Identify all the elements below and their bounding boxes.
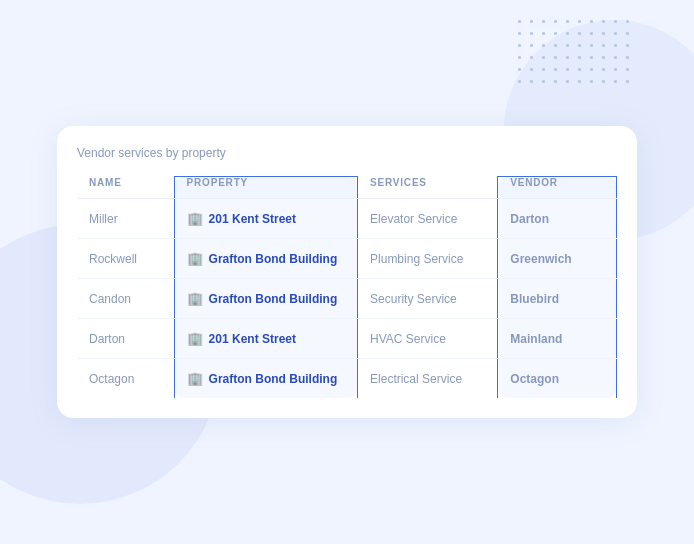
cell-property: 🏢201 Kent Street (174, 319, 357, 359)
building-icon: 🏢 (187, 251, 203, 266)
col-header-services: SERVICES (358, 177, 498, 199)
cell-vendor: Darton (498, 199, 617, 239)
table-row: Miller🏢201 Kent StreetElevator ServiceDa… (77, 199, 617, 239)
cell-vendor: Octagon (498, 359, 617, 399)
table-row: Octagon🏢Grafton Bond BuildingElectrical … (77, 359, 617, 399)
main-card: Vendor services by property NAME PROPERT… (57, 126, 637, 418)
cell-name: Rockwell (77, 239, 174, 279)
cell-name: Octagon (77, 359, 174, 399)
cell-property: 🏢Grafton Bond Building (174, 359, 357, 399)
dot-grid-decoration: const grid = document.querySelector('.do… (518, 20, 634, 88)
cell-services: Elevator Service (358, 199, 498, 239)
cell-services: HVAC Service (358, 319, 498, 359)
cell-services: Plumbing Service (358, 239, 498, 279)
col-header-vendor: VENDOR (498, 177, 617, 199)
col-header-property: PROPERTY (174, 177, 357, 199)
cell-name: Candon (77, 279, 174, 319)
vendor-table: NAME PROPERTY SERVICES VENDOR Miller🏢201… (77, 176, 617, 398)
cell-vendor: Bluebird (498, 279, 617, 319)
cell-name: Darton (77, 319, 174, 359)
building-icon: 🏢 (187, 211, 203, 226)
table-row: Darton🏢201 Kent StreetHVAC ServiceMainla… (77, 319, 617, 359)
cell-vendor: Mainland (498, 319, 617, 359)
building-icon: 🏢 (187, 291, 203, 306)
cell-name: Miller (77, 199, 174, 239)
building-icon: 🏢 (187, 371, 203, 386)
table-row: Rockwell🏢Grafton Bond BuildingPlumbing S… (77, 239, 617, 279)
table-row: Candon🏢Grafton Bond BuildingSecurity Ser… (77, 279, 617, 319)
cell-vendor: Greenwich (498, 239, 617, 279)
cell-services: Security Service (358, 279, 498, 319)
cell-property: 🏢201 Kent Street (174, 199, 357, 239)
building-icon: 🏢 (187, 331, 203, 346)
cell-services: Electrical Service (358, 359, 498, 399)
card-title: Vendor services by property (77, 146, 617, 160)
col-header-name: NAME (77, 177, 174, 199)
cell-property: 🏢Grafton Bond Building (174, 239, 357, 279)
cell-property: 🏢Grafton Bond Building (174, 279, 357, 319)
